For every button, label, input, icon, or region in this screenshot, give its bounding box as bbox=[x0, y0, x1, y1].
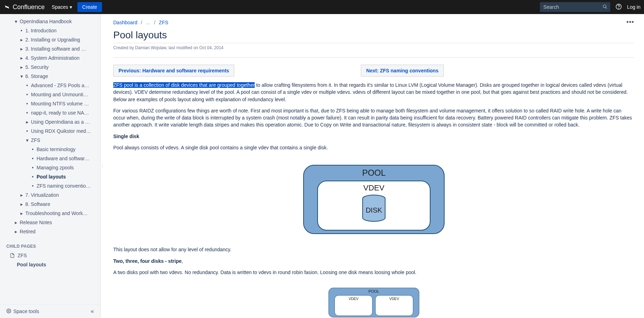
svg-line-1 bbox=[606, 7, 607, 8]
confluence-icon bbox=[4, 4, 11, 11]
svg-text:VDEV: VDEV bbox=[349, 297, 358, 301]
sidebar: ▾OpenIndiana Handbook1. Introduction▸2. … bbox=[0, 14, 101, 318]
tree-item[interactable]: ▸Using OpenIndiana as a … bbox=[0, 117, 100, 126]
bullet-icon bbox=[26, 112, 28, 113]
page-meta: Created by Damian Wojslaw, last modified… bbox=[113, 45, 634, 58]
tree-item[interactable]: napp-it, ready to use NA… bbox=[0, 108, 100, 117]
tree-item[interactable]: ▸5. Security bbox=[0, 63, 100, 72]
chevron-right-icon: ▸ bbox=[25, 120, 29, 124]
heading-single-disk: Single disk bbox=[113, 133, 634, 140]
tree-item[interactable]: ▸Retired bbox=[0, 227, 100, 236]
tree-item-label: Mounting and Unmounti… bbox=[31, 92, 88, 97]
bullet-icon bbox=[26, 130, 28, 132]
tree-item[interactable]: ▾ZFS bbox=[0, 136, 100, 145]
tree-item[interactable]: ▸Troubleshooting and Work… bbox=[0, 209, 100, 218]
tree-item[interactable]: 1. Introduction bbox=[0, 26, 100, 35]
diagram-single-disk: POOL VDEV DISK bbox=[113, 162, 634, 235]
chevron-right-icon: ▸ bbox=[14, 221, 18, 224]
next-page-link[interactable]: Next: ZFS naming conventions bbox=[361, 65, 444, 77]
tree-item[interactable]: ▸3. Installing software and … bbox=[0, 44, 100, 53]
bullet-icon bbox=[32, 158, 33, 159]
chevron-right-icon: ▸ bbox=[20, 38, 23, 41]
bullet-icon bbox=[32, 149, 33, 150]
chevron-right-icon: ▸ bbox=[20, 47, 23, 51]
tree-item[interactable]: Mounting and Unmounti… bbox=[0, 90, 100, 99]
tree-item[interactable]: Mounting NTFS volume … bbox=[0, 99, 100, 108]
tree-item-label: Mounting NTFS volume … bbox=[31, 101, 89, 106]
collapse-sidebar-icon[interactable]: « bbox=[91, 308, 94, 314]
tree-item[interactable]: ▸2. Installing or Upgrading bbox=[0, 35, 100, 44]
tree-item-label: napp-it, ready to use NA… bbox=[31, 110, 89, 116]
tree-item-label: Release Notes bbox=[20, 220, 52, 225]
chevron-right-icon: ▸ bbox=[20, 56, 23, 60]
page-title: Pool layouts bbox=[113, 27, 634, 43]
bullet-icon bbox=[26, 94, 28, 95]
tree-item-label: OpenIndiana Handbook bbox=[20, 19, 72, 24]
tree-item-label: 2. Installing or Upgrading bbox=[25, 37, 80, 43]
tree-item-label: Basic terminology bbox=[37, 147, 76, 152]
paragraph-single-disk: Pool always consists of vdevs. A single … bbox=[113, 144, 634, 151]
bullet-icon bbox=[32, 167, 33, 168]
tree-item[interactable]: ▾OpenIndiana Handbook bbox=[0, 17, 100, 26]
tree-item[interactable]: Using RDX Quikstor med… bbox=[0, 126, 100, 136]
chevron-down-icon: ▾ bbox=[20, 74, 23, 78]
svg-text:VDEV: VDEV bbox=[363, 183, 384, 192]
chevron-right-icon: ▸ bbox=[20, 212, 23, 215]
diagram-stripe: POOL VDEV VDEV bbox=[113, 286, 634, 318]
tree-item[interactable]: ▸8. Software bbox=[0, 200, 100, 209]
tree-item-label: ZFS bbox=[31, 137, 40, 143]
svg-point-0 bbox=[603, 5, 606, 7]
chevron-right-icon: ▸ bbox=[20, 193, 23, 197]
child-page-zfs[interactable]: ZFS bbox=[0, 251, 100, 260]
tree-item-label: Hardware and softwar… bbox=[37, 156, 90, 161]
tree-item-label: Troubleshooting and Work… bbox=[25, 210, 88, 216]
tree-item[interactable]: ▸7. Virtualization bbox=[0, 190, 100, 200]
svg-text:POOL: POOL bbox=[368, 289, 379, 293]
chevron-right-icon: ▸ bbox=[14, 230, 18, 233]
gear-icon bbox=[6, 309, 11, 314]
tree-item[interactable]: ▸4. System Administration bbox=[0, 53, 100, 63]
chevron-down-icon: ▾ bbox=[14, 20, 18, 23]
prev-page-link[interactable]: Previous: Hardware and software requirem… bbox=[113, 65, 234, 77]
tree-item[interactable]: Hardware and softwar… bbox=[0, 154, 100, 163]
tree-item[interactable]: ZFS naming conventio… bbox=[0, 181, 100, 190]
breadcrumb-parent[interactable]: ZFS bbox=[159, 20, 168, 25]
tree-item-label: 5. Security bbox=[25, 64, 49, 70]
child-page-pool-layouts[interactable]: Pool layouts bbox=[0, 260, 100, 269]
paragraph-stripe: A two disks pool with two vdevs. No redu… bbox=[113, 269, 634, 276]
bullet-icon bbox=[26, 85, 28, 86]
heading-stripe: Two, three, four disks - stripe, bbox=[113, 258, 634, 265]
tree-item[interactable]: ▸Release Notes bbox=[0, 218, 100, 227]
tree-item-label: Managing zpools bbox=[37, 165, 74, 170]
confluence-logo[interactable]: Confluence bbox=[4, 4, 45, 11]
breadcrumb-ellipsis[interactable]: … bbox=[146, 20, 151, 25]
sidebar-resizer[interactable]: ⋮ bbox=[101, 14, 103, 318]
breadcrumb-dashboard[interactable]: Dashboard bbox=[113, 20, 138, 25]
help-icon[interactable] bbox=[616, 4, 622, 11]
create-button[interactable]: Create bbox=[77, 2, 102, 12]
top-navigation: Confluence Spaces ▾ Create Log in bbox=[0, 0, 644, 14]
space-tools-menu[interactable]: Space tools bbox=[6, 309, 39, 314]
tree-item-label: Advanced - ZFS Pools a… bbox=[31, 83, 89, 88]
login-link[interactable]: Log in bbox=[627, 4, 640, 10]
tree-item[interactable]: ▾6. Storage bbox=[0, 72, 100, 81]
chevron-down-icon: ▾ bbox=[25, 138, 29, 142]
main-content: ••• Dashboard / … / ZFS Pool layouts Cre… bbox=[103, 14, 644, 318]
tree-item[interactable]: Pool layouts bbox=[0, 172, 100, 181]
breadcrumb: Dashboard / … / ZFS bbox=[113, 18, 634, 27]
paragraph-intro: ZFS pool is a collection of disk devices… bbox=[113, 82, 634, 103]
search-icon[interactable] bbox=[602, 4, 607, 10]
svg-point-3 bbox=[618, 8, 619, 8]
page-actions-menu[interactable]: ••• bbox=[626, 18, 634, 26]
svg-text:VDEV: VDEV bbox=[389, 297, 399, 301]
chevron-down-icon: ▾ bbox=[70, 4, 72, 10]
search-input[interactable] bbox=[540, 2, 610, 12]
tree-item[interactable]: Basic terminology bbox=[0, 145, 100, 154]
chevron-right-icon: ▸ bbox=[20, 202, 23, 206]
tree-item[interactable]: Advanced - ZFS Pools a… bbox=[0, 81, 100, 90]
spaces-menu[interactable]: Spaces ▾ bbox=[52, 4, 72, 10]
tree-item[interactable]: Managing zpools bbox=[0, 163, 100, 172]
paragraph-no-redundancy: This layout does not allow for any level… bbox=[113, 246, 634, 253]
svg-point-4 bbox=[8, 310, 9, 312]
page-icon bbox=[10, 253, 15, 258]
